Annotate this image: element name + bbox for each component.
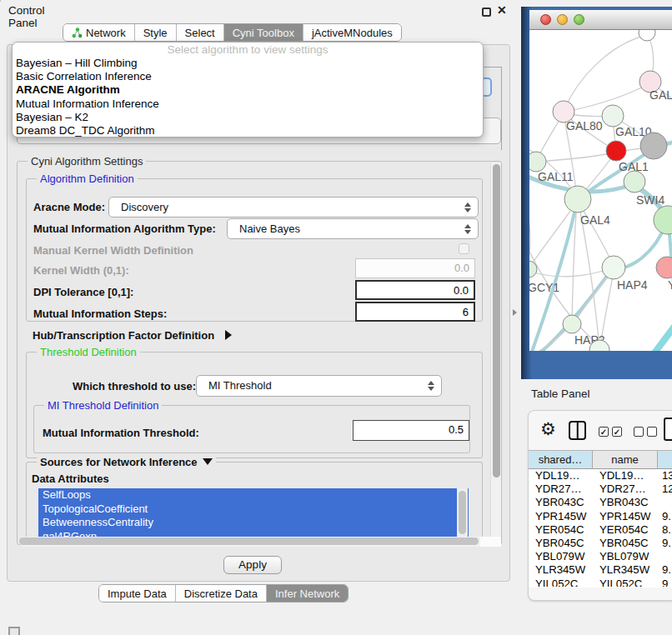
tab-select[interactable]: Select xyxy=(176,24,223,41)
checkbox-unchecked-icon[interactable] xyxy=(634,427,644,437)
columns-icon[interactable] xyxy=(569,421,586,440)
table-row[interactable]: YIL052CYIL052C9 xyxy=(529,578,672,588)
network-node-gal11[interactable] xyxy=(529,152,546,172)
mi-steps-field[interactable]: 6 xyxy=(355,302,475,322)
gear-icon[interactable]: ⚙ xyxy=(540,419,556,439)
float-window-icon[interactable] xyxy=(482,8,491,17)
network-node-gal1[interactable] xyxy=(606,141,626,161)
network-node[interactable] xyxy=(640,132,667,159)
data-attribute-item[interactable]: SelfLoops xyxy=(38,488,469,502)
algorithm-option[interactable]: Mutual Information Inference xyxy=(13,98,483,111)
table-cell: YLR345W xyxy=(529,563,593,577)
table-cell: 9. xyxy=(658,563,672,577)
algorithm-option[interactable]: Bayesian – Hill Climbing xyxy=(13,57,483,70)
network-node-gal10[interactable] xyxy=(602,105,624,127)
expand-right-icon[interactable] xyxy=(225,330,232,340)
page-icon[interactable] xyxy=(664,418,672,441)
network-icon xyxy=(72,28,83,38)
combo-arrows-icon xyxy=(464,202,470,212)
table-row[interactable]: YER054CYER054C8. xyxy=(529,523,672,537)
settings-vertical-scrollbar[interactable] xyxy=(490,162,501,539)
tab-network[interactable]: Network xyxy=(63,24,134,41)
which-threshold-combo[interactable]: MI Threshold xyxy=(196,375,442,397)
network-node-label: SWI4 xyxy=(636,193,664,207)
network-window-titlebar[interactable] xyxy=(529,10,672,30)
table-cell xyxy=(658,496,672,509)
tab-style[interactable]: Style xyxy=(134,24,176,41)
network-node-swi4[interactable] xyxy=(624,171,645,192)
which-threshold-label: Which threshold to use: xyxy=(73,380,196,392)
checkbox-checked-icon[interactable]: ✓ xyxy=(612,427,622,437)
table-row[interactable]: YPR145WYPR145W9. xyxy=(529,510,672,523)
control-panel-title: Control Panel xyxy=(8,4,45,29)
panel-splitter-handle[interactable] xyxy=(513,309,517,316)
table-panel: ⚙ ✓ ✓ shared… name YDL19…YDL19…13YDR27…Y… xyxy=(528,410,672,601)
zoom-traffic-light[interactable] xyxy=(574,14,584,25)
node-table: shared… name YDL19…YDL19…13YDR27…YDR27…1… xyxy=(529,450,672,588)
mi-threshold-field[interactable]: 0.5 xyxy=(353,420,469,441)
network-node-hap4[interactable] xyxy=(602,256,625,279)
cyni-settings-title: Cyni Algorithm Settings xyxy=(28,155,146,168)
data-attribute-item[interactable]: BetweennessCentrality xyxy=(38,516,469,530)
table-row[interactable]: YBR045CYBR045C9. xyxy=(529,537,672,550)
network-node-label: GCY1 xyxy=(529,281,559,294)
network-node-label: GAL11 xyxy=(538,170,574,183)
network-graph: GALGAL80GAL10GAL1GAL11SWI4GAL4GCY1HAP4YH… xyxy=(529,30,672,351)
network-node-hap2[interactable] xyxy=(563,315,581,333)
checkbox-unchecked-icon[interactable] xyxy=(647,427,657,437)
table-cell: 9 xyxy=(658,578,672,588)
network-node-y[interactable] xyxy=(656,257,672,278)
tab-discretize-data[interactable]: Discretize Data xyxy=(175,585,266,602)
table-row[interactable]: YDL19…YDL19…13 xyxy=(529,469,672,482)
docked-mini-icon[interactable] xyxy=(8,627,20,635)
kernel-width-field[interactable]: 0.0 xyxy=(355,258,475,278)
settings-horizontal-scrollbar[interactable] xyxy=(19,537,501,547)
manual-kernel-width-checkbox[interactable] xyxy=(459,243,469,254)
column-header-name[interactable]: name xyxy=(593,451,658,469)
minimize-traffic-light[interactable] xyxy=(557,14,568,25)
tab-jactivemnodules[interactable]: jActiveMNodules xyxy=(303,24,401,41)
network-canvas[interactable]: GALGAL80GAL10GAL1GAL11SWI4GAL4GCY1HAP4YH… xyxy=(529,30,672,351)
network-node-gal4[interactable] xyxy=(564,186,591,212)
tab-infer-network[interactable]: Infer Network xyxy=(266,585,348,602)
table-panel-title: Table Panel xyxy=(531,388,590,400)
table-cell: YBR045C xyxy=(593,537,658,550)
network-edge xyxy=(538,152,614,162)
apply-button[interactable]: Apply xyxy=(223,556,282,574)
aracne-mode-combo[interactable]: Discovery xyxy=(108,197,479,218)
network-node[interactable] xyxy=(654,206,672,234)
table-cell: YIL052C xyxy=(529,578,593,588)
tab-impute-data[interactable]: Impute Data xyxy=(99,585,175,602)
table-row[interactable]: YLR345WYLR345W9. xyxy=(529,563,672,577)
table-cell: YDL19… xyxy=(529,469,593,482)
table-row[interactable]: YBR043CYBR043C xyxy=(529,496,672,509)
network-node[interactable] xyxy=(639,30,655,41)
table-cell: YER054C xyxy=(593,523,658,537)
combo-arrows-icon xyxy=(428,381,434,391)
close-icon[interactable]: ✕ xyxy=(497,3,507,17)
algorithm-option[interactable]: Dream8 DC_TDC Algorithm xyxy=(13,124,483,138)
control-panel-window: Control Panel ✕ Network Style Sel xyxy=(0,0,1,2)
algorithm-option[interactable]: ARACNE Algorithm xyxy=(13,83,483,97)
mi-algorithm-type-combo[interactable]: Naive Bayes xyxy=(227,218,479,239)
hub-definition-row[interactable]: Hub/Transcription Factor Definition xyxy=(33,328,232,342)
table-header-row: shared… name xyxy=(529,451,672,469)
checkbox-checked-icon[interactable]: ✓ xyxy=(599,427,609,437)
table-cell: 13 xyxy=(658,469,672,482)
column-header-shared-name[interactable]: shared… xyxy=(529,451,593,469)
table-cell xyxy=(658,550,672,563)
column-header-partial[interactable] xyxy=(658,451,672,469)
hub-definition-label: Hub/Transcription Factor Definition xyxy=(33,329,214,342)
expand-down-icon[interactable] xyxy=(203,458,213,465)
combo-arrows-icon xyxy=(464,224,470,234)
table-row[interactable]: YBL079WYBL079W xyxy=(529,550,672,563)
kernel-width-label: Kernel Width (0,1): xyxy=(33,264,129,277)
dpi-tolerance-field[interactable]: 0.0 xyxy=(355,280,475,300)
algorithm-option[interactable]: Basic Correlation Inference xyxy=(13,70,483,83)
close-traffic-light[interactable] xyxy=(540,14,551,25)
tab-cyni-toolbox[interactable]: Cyni Toolbox xyxy=(223,24,303,41)
table-cell: 8. xyxy=(658,523,672,537)
table-row[interactable]: YDR27…YDR27…12 xyxy=(529,482,672,496)
data-attribute-item[interactable]: TopologicalCoefficient xyxy=(38,502,469,517)
algorithm-option[interactable]: Bayesian – K2 xyxy=(13,111,483,124)
